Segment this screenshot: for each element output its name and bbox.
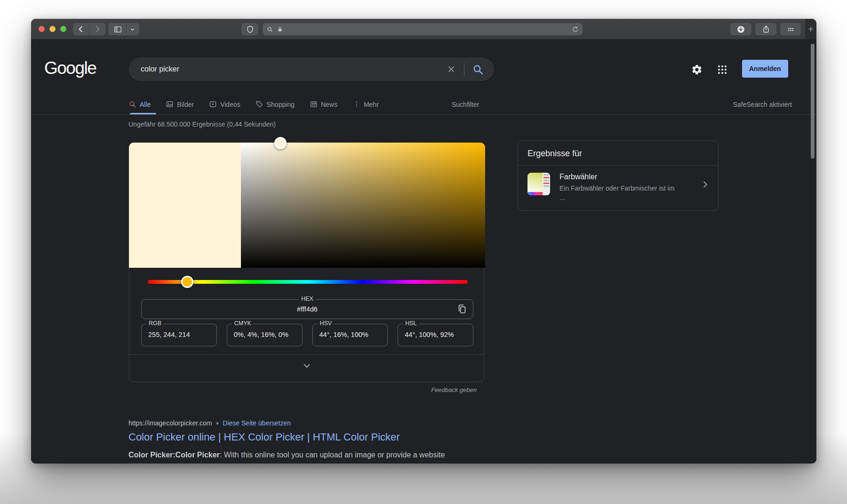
color-picker-widget: HEX #fff4d6 RGB 255, 244, 214 CMYK 0%, 4… [129,143,484,382]
hue-slider[interactable] [148,280,468,284]
play-icon [209,100,217,108]
saturation-handle[interactable] [274,137,287,149]
search-input[interactable] [141,65,446,73]
expand-chevron-icon[interactable] [301,360,313,372]
sidebar-icon[interactable] [110,25,125,34]
hex-value[interactable]: #fff4d6 [142,300,473,319]
copy-icon[interactable] [457,304,467,314]
cmyk-label: CMYK [232,320,254,327]
search-icon [266,26,273,33]
tab-bilder[interactable]: Bilder [166,100,194,108]
downloads-button[interactable] [730,23,751,35]
knowledge-card: Ergebnisse für Farbwähler Ein Farbwähler… [518,140,719,211]
download-icon [736,25,745,34]
result-url-row: https://imagecolorpicker.com ▼ Diese Sei… [128,419,458,427]
rgb-field[interactable]: RGB 255, 244, 214 [141,324,217,346]
search-submit-icon[interactable] [472,64,484,75]
search-tabs: Alle Bilder Videos Shopping News Mehr [128,94,379,114]
image-icon [166,100,174,108]
triangle-down-icon[interactable]: ▼ [215,421,219,426]
tab-label: News [321,101,337,108]
search-box[interactable] [128,57,494,81]
chevron-right-icon[interactable] [700,179,711,190]
organic-result: https://imagecolorpicker.com ▼ Diese Sei… [128,419,458,464]
translate-link[interactable]: Diese Seite übersetzen [223,419,291,427]
search-colored-icon [128,100,136,108]
knowledge-item-texts: Farbwähler Ein Farbwähler oder Farbmisch… [559,173,700,202]
hue-handle[interactable] [181,276,193,288]
shield-icon [246,25,254,33]
hsl-field[interactable]: HSL 44°, 100%, 92% [398,324,473,346]
safesearch-toggle[interactable]: SafeSearch aktiviert [733,94,792,114]
knowledge-card-item[interactable]: Farbwähler Ein Farbwähler oder Farbmisch… [518,166,718,202]
lock-icon [277,26,283,32]
new-tab-button[interactable]: + [805,19,816,40]
result-url[interactable]: https://imagecolorpicker.com [128,419,212,427]
snippet-line2: URL and get the RGB Color, HEX Color and… [128,463,335,464]
tab-label: Mehr [364,101,379,108]
share-button[interactable] [755,23,776,35]
minimize-window-button[interactable] [49,26,56,32]
knowledge-item-title[interactable]: Farbwähler [559,173,700,181]
hsl-label: HSL [403,320,419,327]
divider [129,354,484,355]
thumbnail-rainbow [527,192,543,195]
plus-icon: + [808,24,814,35]
tab-mehr[interactable]: Mehr [352,100,379,108]
google-apps-icon[interactable] [717,64,728,75]
snippet-rest: : With this online tool you can upload a… [220,451,445,459]
thumbnail-detail [543,173,550,195]
divider [464,63,464,75]
feedback-link[interactable]: Feedback geben [129,386,484,393]
tab-shopping[interactable]: Shopping [256,100,295,108]
page-content: Google Anmelden Alle Bilder Videos [31,40,816,464]
more-dots-icon [352,100,360,108]
selected-color-swatch [129,143,241,268]
hsv-field[interactable]: HSV 44°, 16%, 100% [312,324,388,346]
divider [126,25,127,33]
tag-icon [256,100,264,108]
result-stats: Ungefähr 68.500.000 Ergebnisse (0,44 Sek… [128,120,276,128]
hex-field[interactable]: HEX #fff4d6 [141,299,473,319]
clear-icon[interactable] [446,64,456,74]
zoom-window-button[interactable] [60,26,66,32]
rgb-label: RGB [146,320,164,327]
snippet-bold: Color Picker:Color Picker [128,451,220,459]
news-icon [310,100,318,108]
tab-news[interactable]: News [310,100,337,108]
knowledge-card-header: Ergebnisse für [518,141,718,165]
share-icon [762,25,770,33]
scrollbar-thumb[interactable] [811,44,815,159]
chevron-left-icon [77,25,85,33]
close-window-button[interactable] [39,26,45,32]
result-title-link[interactable]: Color Picker online | HEX Color Picker |… [128,431,458,443]
search-filter-button[interactable]: Suchfilter [452,94,479,114]
knowledge-item-description: Ein Farbwähler oder Farbmischer ist im .… [559,184,679,202]
settings-gear-icon[interactable] [691,64,703,75]
browser-titlebar: + [31,19,816,40]
privacy-report-button[interactable] [241,23,258,35]
sidebar-toggle-group [108,23,139,35]
divider [31,114,816,115]
browser-window: + Google Anmelden Alle Bilder [31,19,816,464]
google-logo: Google [44,58,120,80]
hex-label: HEX [299,296,316,302]
tab-overview-button[interactable] [780,23,801,35]
address-bar[interactable] [263,23,583,35]
active-tab-underline [130,113,156,114]
tab-videos[interactable]: Videos [209,100,240,108]
reload-icon[interactable] [572,26,579,33]
color-fields-row: RGB 255, 244, 214 CMYK 0%, 4%, 16%, 0% H… [141,324,473,346]
tab-label: Shopping [267,101,295,108]
tab-label: Videos [220,101,240,108]
saturation-gradient[interactable] [241,143,485,268]
chevron-down-icon[interactable] [128,26,138,32]
back-button[interactable] [73,23,89,35]
saturation-value-area[interactable] [129,143,485,268]
cmyk-field[interactable]: CMYK 0%, 4%, 16%, 0% [227,324,303,346]
tab-label: Bilder [177,101,194,108]
tab-alle[interactable]: Alle [128,100,151,108]
tab-label: Alle [140,101,151,108]
forward-button[interactable] [89,23,105,35]
signin-button[interactable]: Anmelden [742,60,788,78]
